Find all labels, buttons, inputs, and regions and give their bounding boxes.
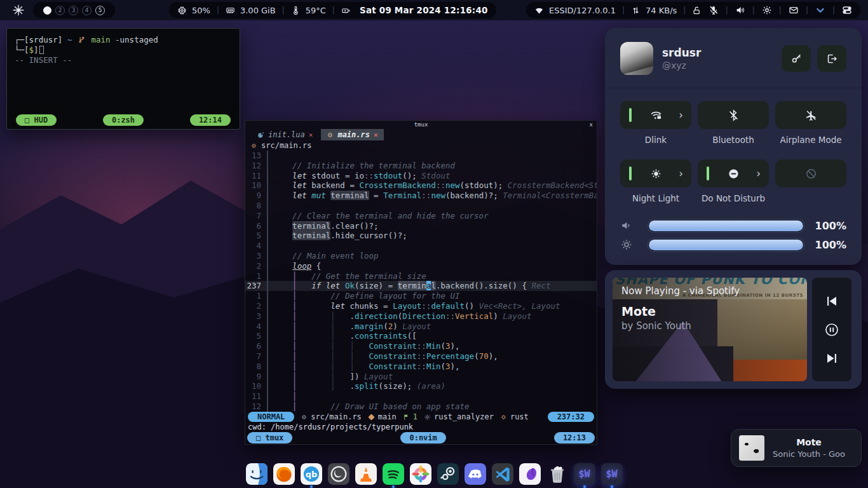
tmux-status-bar-terminal: □ HUD 0:zsh 12:14	[7, 114, 240, 126]
workspace-4[interactable]: 4	[82, 6, 92, 15]
tab-main.rs[interactable]: main.rs×	[321, 129, 383, 140]
dock-finder[interactable]	[246, 463, 268, 485]
slider-track[interactable]	[648, 239, 804, 251]
prompt-line-2[interactable]: └─[$]	[15, 45, 232, 55]
code-line: 11 let stdout = io::stdout(); Stdout	[245, 171, 597, 181]
dock-trash[interactable]	[546, 463, 568, 485]
line-number: 3	[245, 311, 268, 322]
code-line: 4	[245, 241, 597, 251]
workspace-2[interactable]: 2	[55, 6, 65, 15]
dock-photos[interactable]	[410, 463, 431, 485]
buffer-tabline: init.lua×main.rs×	[245, 129, 597, 140]
code-line: 11 │	[245, 391, 597, 402]
sliders-section: 100%100%	[605, 204, 862, 251]
tab-init.lua[interactable]: init.lua×	[252, 129, 318, 140]
clock[interactable]: Sat 09 Mar 2024 12:16:40	[351, 2, 496, 18]
dock-steam[interactable]	[437, 463, 459, 485]
wifi-icon	[534, 6, 544, 15]
dock-vlc[interactable]	[355, 463, 377, 485]
dock-plum-app[interactable]	[519, 463, 541, 485]
firefox-icon	[273, 463, 295, 485]
memory-icon	[226, 6, 235, 15]
toggle-airplane-mode[interactable]	[775, 101, 846, 129]
dock-wallet-1[interactable]: $W	[574, 463, 595, 485]
mail-icon[interactable]	[789, 5, 799, 15]
chevron-right-icon[interactable]: ›	[679, 110, 683, 121]
code-line: 3 // Main event loop	[245, 251, 597, 261]
blocked-icon	[805, 168, 817, 180]
chevron-right-icon[interactable]: ›	[679, 168, 683, 179]
winbar: src/main.rs	[245, 140, 597, 151]
logout-button[interactable]	[817, 45, 846, 72]
slider-value: 100%	[815, 239, 846, 251]
running-indicator	[310, 485, 313, 488]
network-speed: 74 KB/s	[646, 6, 677, 15]
panel-chevron-down-icon[interactable]	[815, 5, 825, 15]
toggles-icon[interactable]	[842, 5, 852, 15]
dock-obs[interactable]	[328, 463, 349, 485]
dock-wallet-2[interactable]: $W	[601, 463, 623, 485]
hud-session-pill[interactable]: □ HUD	[16, 114, 57, 126]
workspace-3[interactable]: 3	[69, 6, 78, 15]
obs-icon	[328, 463, 349, 485]
zsh-window-pill[interactable]: 0:zsh	[103, 114, 144, 126]
dock-firefox[interactable]	[273, 463, 295, 485]
line-number: 8	[245, 201, 268, 211]
dock-discord[interactable]	[465, 463, 486, 485]
code-buffer[interactable]: 1312 // Initialize the terminal backend1…	[245, 151, 597, 412]
now-playing-label: Now Playing - via Spotify	[621, 285, 740, 297]
line-number: 8	[245, 362, 268, 372]
code-line: 10 │ │ .split(size); (area)	[245, 381, 597, 391]
line-number: 1	[245, 271, 268, 281]
mode-indicator: NORMAL	[248, 412, 294, 422]
dock-qbittorrent[interactable]: qb	[301, 463, 322, 485]
next-track-button[interactable]	[824, 351, 839, 366]
line-number: 13	[245, 151, 268, 161]
top-status-bar: 2345 50% | 3.00 GiB | 59°C | No Bat Sat …	[0, 0, 868, 20]
line-number: 10	[245, 180, 268, 191]
battery-missing-icon	[341, 6, 351, 15]
editor-clock-pill: 12:13	[554, 432, 595, 444]
toggle-bluetooth[interactable]	[698, 101, 769, 129]
volume-slider-row: 100%	[620, 219, 846, 232]
active-indicator	[707, 166, 709, 180]
chevron-right-icon[interactable]: ›	[756, 168, 761, 179]
workspace-1[interactable]	[43, 6, 51, 15]
workspace-5[interactable]: 5	[95, 6, 105, 15]
toggle-dlink[interactable]: ›	[620, 101, 691, 129]
dnd-icon	[728, 168, 740, 180]
tab-close-icon[interactable]: ×	[309, 131, 313, 139]
code-line: 7 // Clear the terminal and hide the cur…	[245, 211, 597, 221]
code-line: 9 let mut terminal = Terminal::new(backe…	[245, 191, 597, 201]
settings-gear-icon[interactable]	[762, 5, 772, 15]
nvim-window-pill[interactable]: 0:nvim	[400, 432, 445, 444]
prompt-line-1: ┌─[srdusr] ~ main -unstaged	[15, 35, 232, 45]
toggle-empty[interactable]	[775, 159, 846, 187]
svg-text:qb: qb	[305, 470, 316, 479]
media-player-card: SHAPE OF PUNK TO COME A CHIMERICAL BOMBI…	[605, 270, 862, 389]
window-close-button[interactable]: x	[590, 121, 593, 129]
rust-icon	[500, 414, 507, 421]
track-artist: by Sonic Youth	[621, 320, 740, 332]
dock-spotify[interactable]	[383, 463, 404, 485]
toggle-night-light[interactable]: ›	[620, 159, 691, 187]
lock-keys-button[interactable]	[782, 45, 811, 72]
volume-icon[interactable]	[735, 5, 745, 15]
cursor-position: 237:32	[548, 412, 594, 422]
tmux-session-pill[interactable]: □ tmux	[247, 432, 292, 444]
line-number: 2	[245, 261, 268, 271]
dock-vscode[interactable]	[492, 463, 513, 485]
media-notification[interactable]: Mote Sonic Youth - Goo	[731, 429, 862, 467]
previous-track-button[interactable]	[824, 294, 839, 309]
toggle-label: Night Light	[620, 193, 691, 204]
line-number: 11	[245, 171, 268, 181]
slider-track[interactable]	[648, 220, 804, 232]
pause-button[interactable]	[824, 322, 839, 337]
microphone-muted-icon[interactable]	[709, 5, 719, 15]
qbittorrent-icon: qb	[301, 463, 322, 485]
line-number: 10	[245, 381, 268, 391]
tab-close-icon[interactable]: ×	[374, 131, 378, 139]
toggle-do-not-disturb[interactable]: ›	[698, 159, 769, 187]
code-line: 6 terminal.clear()?;	[245, 221, 597, 231]
distro-star-icon[interactable]	[12, 4, 25, 17]
